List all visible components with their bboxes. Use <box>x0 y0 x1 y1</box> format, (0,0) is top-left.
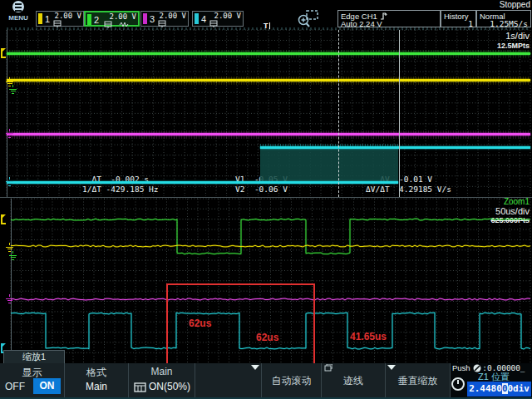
annotation-label-2: 62us <box>256 332 278 343</box>
format-header: 格式 <box>65 366 128 380</box>
display-on-button[interactable]: ON <box>33 378 61 394</box>
window-icon <box>324 364 332 372</box>
menu-cell-format[interactable]: 格式 Main <box>64 363 128 399</box>
auto-scroll-label: 自动滚动 <box>262 374 321 388</box>
z1-position-value[interactable]: 2.448000div <box>467 382 531 397</box>
menu-cell-auto-scroll[interactable]: 自动滚动 <box>261 363 321 399</box>
oscilloscope-screen: MENU 12.00 V22.00 V32.00 V42.00 V Edge C… <box>0 0 532 399</box>
menu-cell-empty[interactable] <box>195 363 261 399</box>
format-value: Main <box>65 381 128 392</box>
knob-icon <box>451 377 465 391</box>
annotation-label-3: 41.65us <box>350 331 387 342</box>
menu-cell-vertical-zoom[interactable]: 垂直缩放 <box>385 363 450 399</box>
menu-cell-trace[interactable]: 迹线 <box>321 363 385 399</box>
main-header: Main <box>129 366 195 377</box>
display-off-label[interactable]: OFF <box>5 381 25 392</box>
split-screen-icon <box>134 382 146 392</box>
annotation-label-1: 62us <box>189 318 211 329</box>
vertical-zoom-label: 垂直缩放 <box>386 374 450 388</box>
dropdown-arrow-icon-2 <box>387 365 396 370</box>
annotation-layer: 62us62us41.65us <box>0 0 532 399</box>
trace-label: 迹线 <box>322 374 385 388</box>
tab-zoom1[interactable]: 缩放1 <box>3 350 65 364</box>
menu-cell-main[interactable]: Main ON(50%) <box>128 363 195 399</box>
dropdown-arrow-icon <box>251 365 259 370</box>
